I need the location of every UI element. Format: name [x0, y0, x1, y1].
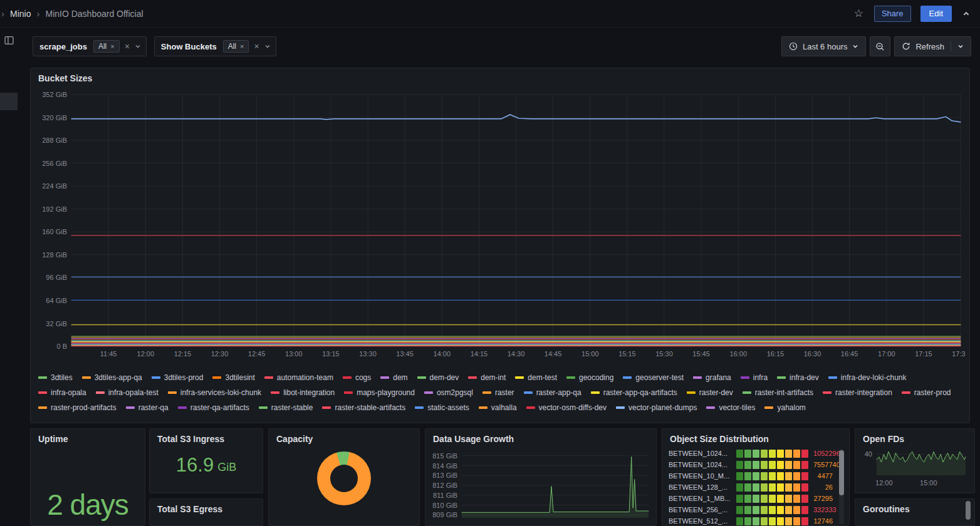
heatmap-cell[interactable] [785, 517, 792, 525]
heatmap-cell[interactable] [761, 483, 768, 492]
chevron-down-icon[interactable] [957, 43, 964, 49]
close-icon[interactable]: × [240, 43, 244, 50]
chevron-down-icon[interactable] [135, 43, 146, 49]
legend-item[interactable]: raster-app-qa-artifacts [591, 385, 677, 400]
panel-title[interactable]: Total S3 Ingress [150, 429, 263, 445]
legend-item[interactable]: valhalla [479, 400, 517, 415]
heatmap-cell[interactable] [777, 517, 784, 525]
bucket-sizes-chart[interactable]: 352 GiB320 GiB288 GiB256 GiB224 GiB192 G… [36, 85, 966, 366]
heatmap-cell[interactable] [793, 506, 800, 514]
panel-title[interactable]: Object Size Distribution [662, 429, 849, 445]
legend-item[interactable]: raster-prod [902, 385, 951, 400]
heatmap-cell[interactable] [777, 483, 784, 492]
heatmap-cell[interactable] [753, 517, 759, 525]
heatmap-cell[interactable] [777, 506, 784, 514]
legend-item[interactable]: dem-dev [417, 370, 459, 385]
legend-item[interactable]: automation-team [264, 370, 333, 385]
heatmap-cell[interactable] [793, 472, 800, 480]
legend-item[interactable]: raster-qa-artifacts [178, 400, 249, 415]
heatmap-cell[interactable] [777, 450, 784, 458]
heatmap-cell[interactable] [736, 517, 743, 525]
data-usage-growth-chart[interactable]: 815 GiB814 GiB813 GiB812 GiB811 GiB810 G… [430, 445, 652, 522]
heatmap-cell[interactable] [744, 483, 751, 492]
heatmap-cell[interactable] [777, 495, 784, 503]
heatmap-cell[interactable] [785, 483, 792, 492]
legend-item[interactable]: yahalom [764, 400, 805, 415]
heatmap-cell[interactable] [736, 495, 743, 503]
legend-item[interactable]: raster [482, 385, 514, 400]
legend-item[interactable]: infra-dev [777, 370, 819, 385]
heatmap-cell[interactable] [736, 461, 743, 469]
panel-title[interactable]: Goroutines [855, 499, 974, 515]
heatmap-cell[interactable] [744, 461, 751, 469]
legend-item[interactable]: dem-test [515, 370, 557, 385]
heatmap-cell[interactable] [777, 461, 784, 469]
legend-item[interactable]: 3dtilesint [212, 370, 254, 385]
legend-item[interactable]: dem [380, 370, 407, 385]
legend-item[interactable]: infra-opala [38, 385, 86, 400]
heatmap-cell[interactable] [744, 472, 751, 480]
heatmap-cell[interactable] [753, 506, 759, 514]
legend-item[interactable]: raster-integration [823, 385, 892, 400]
heatmap-cell[interactable] [801, 506, 808, 514]
heatmap-cell[interactable] [744, 450, 751, 458]
star-icon[interactable]: ☆ [853, 7, 865, 20]
open-fds-chart[interactable]: 4012:0015:00 [860, 445, 971, 485]
share-button[interactable]: Share [874, 6, 911, 22]
panel-title[interactable]: Open FDs [855, 429, 974, 445]
heatmap-cell[interactable] [753, 472, 759, 480]
filter-value-chip[interactable]: All × [223, 40, 249, 53]
heatmap-cell[interactable] [793, 483, 800, 492]
heatmap-cell[interactable] [777, 472, 784, 480]
panel-title[interactable]: Capacity [269, 429, 419, 445]
legend-item[interactable]: infra-opala-test [96, 385, 159, 400]
edit-button[interactable]: Edit [920, 6, 952, 22]
heatmap-cell[interactable] [801, 495, 808, 503]
heatmap-cell[interactable] [769, 461, 776, 469]
heatmap-cell[interactable] [785, 461, 792, 469]
heatmap-cell[interactable] [736, 472, 743, 480]
panel-toggle-icon[interactable] [4, 36, 14, 45]
heatmap-cell[interactable] [793, 495, 800, 503]
heatmap-cell[interactable] [769, 472, 776, 480]
heatmap-cell[interactable] [801, 461, 808, 469]
legend-item[interactable]: geocoding [566, 370, 613, 385]
legend-item[interactable]: infra-dev-loki-chunk [828, 370, 907, 385]
scrollbar-thumb[interactable] [839, 450, 844, 495]
legend-item[interactable]: vector-osm-diffs-dev [526, 400, 607, 415]
chevron-up-icon[interactable] [961, 9, 971, 19]
heatmap-cell[interactable] [744, 517, 751, 525]
close-icon[interactable]: × [110, 43, 114, 50]
legend-item[interactable]: osm2pgsql [424, 385, 473, 400]
legend-item[interactable]: vector-planet-dumps [616, 400, 697, 415]
heatmap-cell[interactable] [736, 506, 743, 514]
heatmap-cell[interactable] [736, 483, 743, 492]
heatmap-cell[interactable] [753, 495, 759, 503]
legend-item[interactable]: grafana [693, 370, 731, 385]
legend-item[interactable]: 3dtiles-prod [152, 370, 204, 385]
clear-icon[interactable]: × [120, 42, 135, 51]
legend-item[interactable]: raster-dev [687, 385, 733, 400]
heatmap-cell[interactable] [761, 461, 768, 469]
heatmap-cell[interactable] [785, 472, 792, 480]
clear-icon[interactable]: × [249, 42, 264, 51]
heatmap-cell[interactable] [785, 495, 792, 503]
legend-item[interactable]: libot-integration [271, 385, 335, 400]
heatmap-cell[interactable] [753, 461, 759, 469]
heatmap-cell[interactable] [801, 483, 808, 492]
legend-item[interactable]: raster-stable [259, 400, 313, 415]
heatmap-cell[interactable] [761, 450, 768, 458]
legend-item[interactable]: static-assets [415, 400, 469, 415]
chevron-down-icon[interactable] [264, 43, 276, 49]
legend-item[interactable]: dem-int [468, 370, 506, 385]
sidebar-scroll-thumb[interactable] [0, 93, 18, 110]
heatmap-cell[interactable] [753, 450, 759, 458]
heatmap-cell[interactable] [801, 450, 808, 458]
filter-value-chip[interactable]: All × [93, 40, 120, 53]
legend-item[interactable]: geoserver-test [623, 370, 684, 385]
scrollbar-thumb[interactable] [966, 501, 971, 520]
heatmap-cell[interactable] [761, 517, 768, 525]
heatmap-cell[interactable] [769, 450, 776, 458]
legend-item[interactable]: raster-stable-artifacts [322, 400, 405, 415]
legend-item[interactable]: raster-prod-artifacts [38, 400, 117, 415]
